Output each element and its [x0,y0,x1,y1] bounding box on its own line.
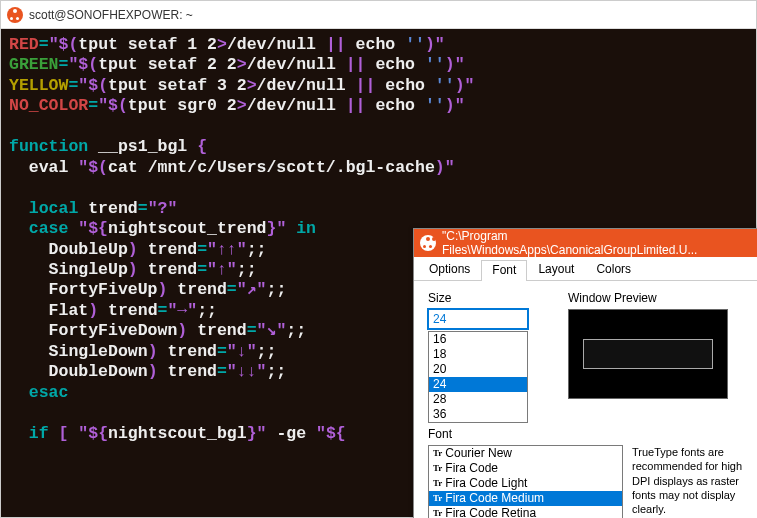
size-list[interactable]: 16182024283672 [428,331,528,423]
dialog-titlebar[interactable]: "C:\Program Files\WindowsApps\CanonicalG… [414,229,757,257]
preview-section: Window Preview [568,291,728,423]
ubuntu-icon [420,235,436,251]
font-option-label: Fira Code Light [445,476,527,491]
size-option[interactable]: 24 [429,377,527,392]
font-label: Font [428,427,744,441]
main-title: scott@SONOFHEXPOWER: ~ [29,8,193,22]
font-option[interactable]: TrCourier New [429,446,622,461]
tab-layout[interactable]: Layout [527,259,585,280]
properties-dialog: "C:\Program Files\WindowsApps\CanonicalG… [413,228,757,518]
tab-font[interactable]: Font [481,260,527,281]
font-option[interactable]: TrFira Code Light [429,476,622,491]
font-option-label: Fira Code Medium [445,491,544,506]
font-option[interactable]: TrFira Code [429,461,622,476]
tab-options[interactable]: Options [418,259,481,280]
truetype-icon: Tr [433,493,442,504]
size-option[interactable]: 28 [429,392,527,407]
size-label: Size [428,291,528,305]
size-option[interactable]: 72 [429,422,527,423]
truetype-icon: Tr [433,508,442,518]
size-section: Size 16182024283672 [428,291,528,423]
size-option[interactable]: 36 [429,407,527,422]
font-note: TrueType fonts are recommended for high … [632,445,748,516]
preview-box [568,309,728,399]
font-option[interactable]: TrFira Code Retina [429,506,622,518]
preview-label: Window Preview [568,291,728,305]
ubuntu-icon [7,7,23,23]
size-option[interactable]: 16 [429,332,527,347]
preview-inner [583,339,713,369]
truetype-icon: Tr [433,478,442,489]
truetype-icon: Tr [433,448,442,459]
main-titlebar[interactable]: scott@SONOFHEXPOWER: ~ [1,1,756,29]
font-option-label: Fira Code Retina [445,506,536,518]
font-option-label: Fira Code [445,461,498,476]
size-input[interactable] [428,309,528,329]
truetype-icon: Tr [433,463,442,474]
size-option[interactable]: 20 [429,362,527,377]
font-option[interactable]: TrFira Code Medium [429,491,622,506]
dialog-title: "C:\Program Files\WindowsApps\CanonicalG… [442,229,752,257]
tab-content-font: Size 16182024283672 Window Preview [414,281,757,433]
font-option-label: Courier New [445,446,512,461]
font-list[interactable]: TrCourier NewTrFira CodeTrFira Code Ligh… [428,445,623,518]
tab-colors[interactable]: Colors [585,259,642,280]
tabs-bar: OptionsFontLayoutColors [414,257,757,281]
size-option[interactable]: 18 [429,347,527,362]
